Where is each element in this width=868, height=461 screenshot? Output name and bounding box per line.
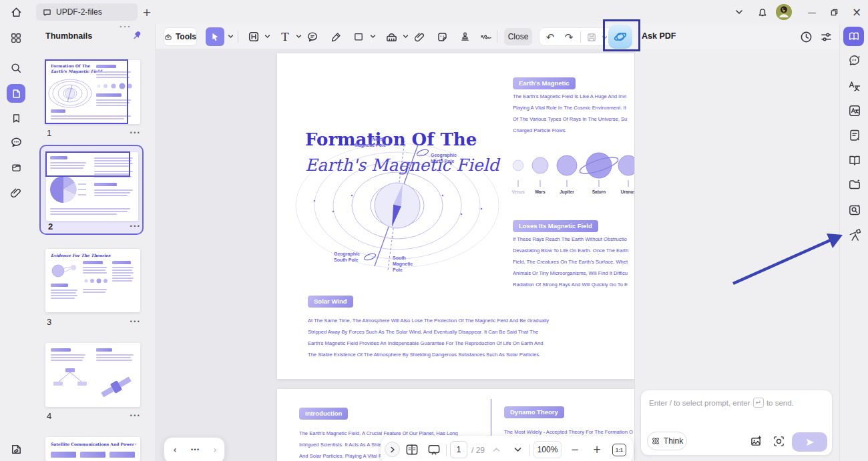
reader-book-icon[interactable] — [847, 153, 862, 167]
left-sidebar — [0, 24, 32, 461]
measure-tool-chevron-icon[interactable] — [403, 34, 409, 39]
divider — [446, 444, 447, 456]
page-2-viewport-indicator — [45, 151, 130, 177]
telescope-icon[interactable] — [847, 227, 862, 242]
ai-reader-button[interactable] — [843, 27, 864, 46]
thumbnail-2-label: 2 — [48, 221, 53, 232]
thumbnail-2-menu[interactable]: ··· — [130, 221, 141, 231]
pin-icon[interactable] — [131, 31, 142, 41]
page-layout-icon[interactable] — [404, 442, 420, 457]
signature-tool-button[interactable] — [477, 27, 495, 46]
user-avatar[interactable] — [776, 4, 792, 20]
text-tool-button[interactable]: T — [276, 27, 294, 46]
search-icon[interactable] — [8, 60, 24, 76]
thumbnail-4-menu[interactable]: ··· — [130, 411, 141, 420]
select-tool-button[interactable] — [206, 27, 224, 46]
shape-tool-chevron-icon[interactable] — [370, 34, 376, 39]
notifications-bell-icon[interactable] — [754, 4, 771, 20]
thumbnail-nav-pill: ‹ ··· › — [164, 437, 225, 461]
text-tool-chevron-icon[interactable] — [296, 34, 302, 39]
more-pages-button[interactable]: ··· — [187, 443, 203, 456]
thumbnail-page-5[interactable]: Satellite Communications And Power Grids — [45, 437, 140, 461]
thumbnail-page-1[interactable]: Formation Of The Earth's Magnetic Field — [45, 60, 140, 124]
new-tab-button[interactable]: + — [139, 4, 155, 20]
send-button[interactable] — [792, 432, 827, 452]
think-toggle-button[interactable]: Think — [647, 432, 687, 450]
ask-pdf-ai-button[interactable] — [608, 25, 632, 49]
thumbnail-3-label: 3 — [47, 317, 51, 327]
page-1-viewport-indicator — [45, 59, 128, 124]
label-south-magnetic-2: Magnetic — [393, 262, 413, 267]
grid-menu-icon[interactable] — [8, 30, 24, 46]
select-tool-chevron-icon[interactable] — [228, 34, 234, 39]
prev-page-button[interactable]: ‹ — [168, 443, 182, 456]
document-page-1[interactable]: Formation Of The Earth's Magnetic Field — [277, 53, 634, 379]
reading-mode-icon[interactable] — [8, 441, 24, 457]
translate-text-icon[interactable] — [847, 79, 862, 93]
zoom-level-button[interactable]: 100% — [533, 441, 562, 458]
thumbnail-1-menu[interactable]: ··· — [130, 128, 141, 137]
presentation-mode-icon[interactable] — [426, 442, 442, 457]
restore-button[interactable] — [825, 4, 843, 20]
thumbnail-1-label: 1 — [47, 128, 51, 138]
close-tools-button[interactable]: Close — [504, 28, 532, 45]
doc-text-line: The Earth's Magnetic Field Is Like A Hug… — [513, 93, 626, 99]
comments-icon[interactable] — [8, 134, 24, 150]
collapse-toolbar-button[interactable] — [385, 442, 400, 457]
next-page-chevron-icon[interactable] — [510, 442, 525, 457]
file-pages-icon[interactable] — [8, 159, 24, 175]
bookmark-icon[interactable] — [8, 110, 24, 126]
heading-tool-chevron-icon[interactable] — [264, 34, 270, 39]
ai-search-icon[interactable] — [847, 203, 862, 217]
thumbnail-page-2-selected[interactable]: 2 ··· — [39, 145, 144, 235]
save-icon[interactable] — [584, 30, 599, 45]
history-clock-icon[interactable] — [798, 29, 814, 45]
settings-sliders-icon[interactable] — [818, 29, 834, 45]
doc-text-line: Stripped Away By Forces Such As The Sola… — [308, 329, 538, 335]
thumbnail-page-4[interactable] — [45, 343, 140, 407]
stamp-tool-button[interactable] — [455, 27, 474, 46]
add-image-icon[interactable] — [748, 433, 764, 449]
bottom-toolbar: 1 / 29 100% − + 1:1 — [381, 436, 633, 461]
ai-chat-icon[interactable] — [847, 53, 862, 68]
attachment-paperclip-icon[interactable] — [8, 185, 24, 201]
comment-tool-button[interactable] — [303, 27, 322, 46]
thumbnails-panel-button[interactable] — [7, 84, 25, 103]
window-chevron-down-icon[interactable] — [732, 5, 746, 19]
heading-tool-button[interactable] — [244, 27, 263, 46]
tools-button[interactable]: Tools — [164, 27, 197, 46]
screenshot-camera-icon[interactable] — [771, 433, 787, 449]
thumbnail-3-menu[interactable]: ··· — [130, 317, 141, 326]
mini-sun-diagram — [49, 261, 79, 281]
document-tab[interactable]: UPDF-2-files — [36, 3, 138, 21]
section-badge: Dynamo Theory — [504, 406, 564, 418]
ai-files-folder-icon[interactable] — [847, 177, 862, 192]
sticker-tool-button[interactable] — [433, 27, 451, 46]
planet-label: Mars — [527, 189, 554, 194]
ai-prompt-input[interactable]: Enter / to select prompt, enter ↵ to sen… — [640, 390, 833, 456]
doc-text-line: The Stable Existence Of The Atmosphere B… — [308, 352, 540, 358]
close-window-button[interactable]: × — [848, 4, 865, 20]
attach-file-tool-button[interactable] — [410, 27, 429, 46]
zoom-out-button[interactable]: − — [568, 442, 582, 457]
home-button[interactable] — [8, 4, 24, 20]
doc-text-line: If These Rays Reach The Earth Without Ob… — [513, 236, 627, 242]
zoom-in-button[interactable]: + — [590, 442, 604, 457]
next-page-button[interactable]: › — [208, 443, 222, 456]
actual-size-button[interactable]: 1:1 — [612, 444, 626, 456]
mini-planets-row — [83, 277, 110, 285]
ai-summary-icon[interactable] — [847, 128, 862, 143]
thumbnail-page-3[interactable]: Evidence For The Theories — [45, 249, 140, 312]
measure-tool-button[interactable] — [382, 27, 401, 46]
pen-highlight-tool-button[interactable] — [327, 27, 345, 46]
shape-tool-button[interactable] — [349, 27, 368, 46]
undo-icon[interactable]: ↶ — [543, 30, 558, 45]
tab-document-icon — [43, 8, 51, 17]
minimize-button[interactable]: — — [803, 4, 821, 20]
previous-page-chevron-icon[interactable] — [489, 442, 503, 457]
page-number-input[interactable]: 1 — [450, 441, 467, 458]
tab-title: UPDF-2-files — [56, 7, 102, 17]
redo-icon[interactable]: ↷ — [562, 30, 576, 45]
translate-page-icon[interactable] — [847, 103, 862, 118]
document-viewport[interactable]: Formation Of The Earth's Magnetic Field — [155, 49, 634, 461]
